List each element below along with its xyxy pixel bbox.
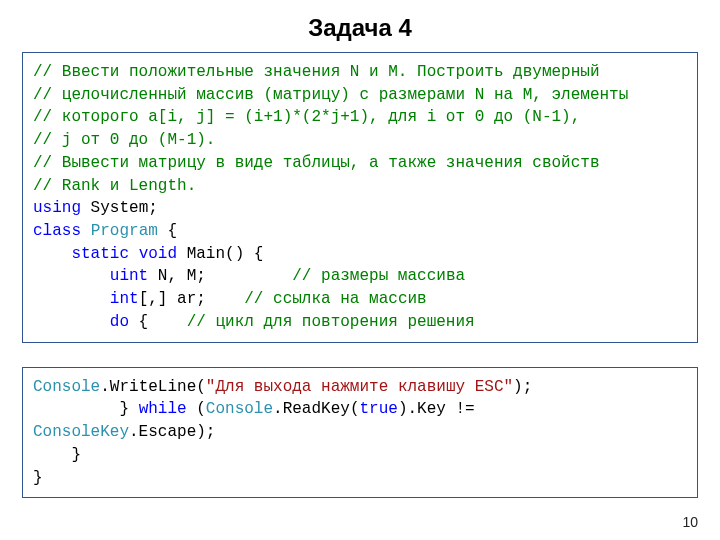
string-literal: "Для выхода нажмите клавишу ESC" — [206, 378, 513, 396]
comment-line: // Вывести матрицу в виде таблицы, а так… — [33, 154, 600, 172]
type-console: Console — [206, 400, 273, 418]
page-number: 10 — [682, 514, 698, 530]
comment: // размеры массива — [292, 267, 465, 285]
kw-true: true — [359, 400, 397, 418]
kw-do: do — [110, 313, 129, 331]
txt: .WriteLine( — [100, 378, 206, 396]
txt: { — [158, 222, 177, 240]
kw-using: using — [33, 199, 81, 217]
txt: ).Key != — [398, 400, 484, 418]
txt: .Escape); — [129, 423, 215, 441]
kw-while: while — [139, 400, 187, 418]
txt: } — [33, 446, 81, 464]
kw-void: void — [139, 245, 177, 263]
kw-static: static — [71, 245, 129, 263]
comment-line: // Ввести положительные значения N и M. … — [33, 63, 600, 81]
txt: Main() { — [177, 245, 263, 263]
txt: } — [33, 400, 139, 418]
comment: // ссылка на массив — [244, 290, 426, 308]
txt: System; — [81, 199, 158, 217]
type-program: Program — [91, 222, 158, 240]
comment-line: // целочисленный массив (матрицу) с разм… — [33, 86, 628, 104]
type-console: Console — [33, 378, 100, 396]
code-block-1: // Ввести положительные значения N и M. … — [22, 52, 698, 343]
txt: } — [33, 469, 43, 487]
kw-class: class — [33, 222, 81, 240]
type-consolekey: ConsoleKey — [33, 423, 129, 441]
txt: N, M; — [148, 267, 292, 285]
comment: // цикл для повторения решения — [187, 313, 475, 331]
comment-line: // Rank и Length. — [33, 177, 196, 195]
comment-line: // которого a[i, j] = (i+1)*(2*j+1), для… — [33, 108, 580, 126]
txt: ); — [513, 378, 532, 396]
slide-title: Задача 4 — [22, 14, 698, 42]
kw-int: int — [110, 290, 139, 308]
comment-line: // j от 0 до (M-1). — [33, 131, 215, 149]
kw-uint: uint — [110, 267, 148, 285]
txt: .ReadKey( — [273, 400, 359, 418]
txt: { — [129, 313, 187, 331]
code-block-2: Console.WriteLine("Для выхода нажмите кл… — [22, 367, 698, 499]
txt: [,] ar; — [139, 290, 245, 308]
